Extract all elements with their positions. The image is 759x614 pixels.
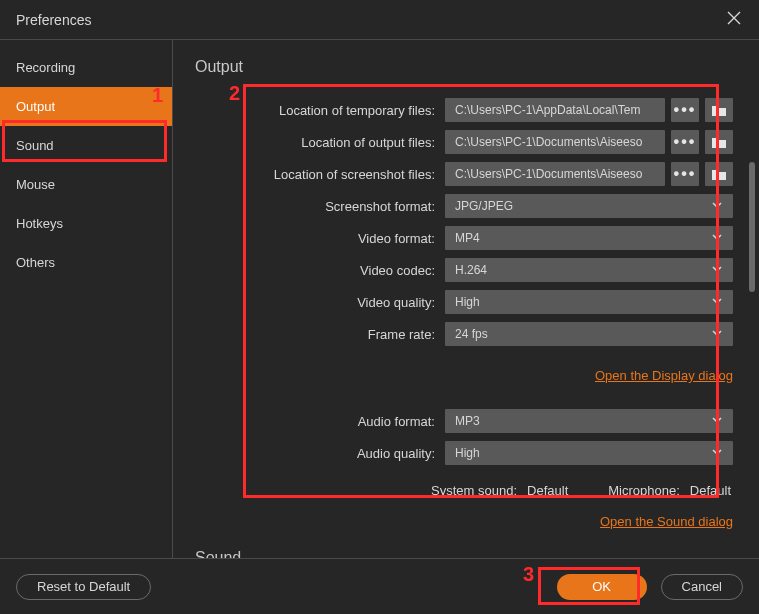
input-output-location[interactable]: C:\Users\PC-1\Documents\Aiseeso	[445, 130, 665, 154]
label-frame-rate: Frame rate:	[193, 327, 445, 342]
select-video-format[interactable]: MP4	[445, 226, 733, 250]
ok-button[interactable]: OK	[557, 574, 647, 600]
chevron-down-icon	[711, 295, 723, 310]
main-panel: Output 2 Location of temporary files: C:…	[173, 40, 759, 558]
label-screenshot-location: Location of screenshot files:	[193, 167, 445, 182]
label-screenshot-format: Screenshot format:	[193, 199, 445, 214]
section-title-output: Output	[195, 58, 733, 76]
select-value: MP4	[455, 231, 480, 245]
browse-more-button-screenshot[interactable]: •••	[671, 162, 699, 186]
sidebar-item-output[interactable]: Output	[0, 87, 172, 126]
sidebar: Recording Output Sound Mouse Hotkeys Oth…	[0, 40, 173, 558]
sidebar-item-others[interactable]: Others	[0, 243, 172, 282]
label-video-quality: Video quality:	[193, 295, 445, 310]
annotation-number-3: 3	[523, 563, 534, 586]
select-value: H.264	[455, 263, 487, 277]
label-audio-quality: Audio quality:	[193, 446, 445, 461]
value-microphone: Default	[690, 483, 731, 498]
chevron-down-icon	[711, 446, 723, 461]
label-temp-location: Location of temporary files:	[193, 103, 445, 118]
chevron-down-icon	[711, 199, 723, 214]
label-audio-format: Audio format:	[193, 414, 445, 429]
select-frame-rate[interactable]: 24 fps	[445, 322, 733, 346]
ellipsis-icon: •••	[674, 171, 697, 177]
ellipsis-icon: •••	[674, 107, 697, 113]
sidebar-item-sound[interactable]: Sound	[0, 126, 172, 165]
select-screenshot-format[interactable]: JPG/JPEG	[445, 194, 733, 218]
chevron-down-icon	[711, 263, 723, 278]
folder-icon	[711, 103, 727, 117]
open-display-dialog-link[interactable]: Open the Display dialog	[595, 368, 733, 383]
chevron-down-icon	[711, 231, 723, 246]
close-icon[interactable]	[721, 5, 747, 34]
reset-to-default-button[interactable]: Reset to Default	[16, 574, 151, 600]
section-title-sound: Sound	[195, 549, 733, 558]
sidebar-item-mouse[interactable]: Mouse	[0, 165, 172, 204]
select-audio-quality[interactable]: High	[445, 441, 733, 465]
select-value: JPG/JPEG	[455, 199, 513, 213]
label-video-format: Video format:	[193, 231, 445, 246]
label-output-location: Location of output files:	[193, 135, 445, 150]
label-microphone: Microphone:	[608, 483, 680, 498]
label-video-codec: Video codec:	[193, 263, 445, 278]
window-title: Preferences	[16, 12, 91, 28]
open-sound-dialog-link[interactable]: Open the Sound dialog	[600, 514, 733, 529]
sidebar-item-hotkeys[interactable]: Hotkeys	[0, 204, 172, 243]
input-screenshot-location[interactable]: C:\Users\PC-1\Documents\Aiseeso	[445, 162, 665, 186]
folder-icon	[711, 135, 727, 149]
open-folder-button-output[interactable]	[705, 130, 733, 154]
value-system-sound: Default	[527, 483, 568, 498]
select-value: MP3	[455, 414, 480, 428]
select-value: 24 fps	[455, 327, 488, 341]
select-video-codec[interactable]: H.264	[445, 258, 733, 282]
label-system-sound: System sound:	[431, 483, 517, 498]
scrollbar-thumb[interactable]	[749, 162, 755, 292]
open-folder-button-temp[interactable]	[705, 98, 733, 122]
select-value: High	[455, 295, 480, 309]
cancel-button[interactable]: Cancel	[661, 574, 743, 600]
browse-more-button-temp[interactable]: •••	[671, 98, 699, 122]
chevron-down-icon	[711, 414, 723, 429]
select-value: High	[455, 446, 480, 460]
chevron-down-icon	[711, 327, 723, 342]
browse-more-button-output[interactable]: •••	[671, 130, 699, 154]
ellipsis-icon: •••	[674, 139, 697, 145]
select-audio-format[interactable]: MP3	[445, 409, 733, 433]
folder-icon	[711, 167, 727, 181]
input-temp-location[interactable]: C:\Users\PC-1\AppData\Local\Tem	[445, 98, 665, 122]
open-folder-button-screenshot[interactable]	[705, 162, 733, 186]
sidebar-item-recording[interactable]: Recording	[0, 48, 172, 87]
select-video-quality[interactable]: High	[445, 290, 733, 314]
